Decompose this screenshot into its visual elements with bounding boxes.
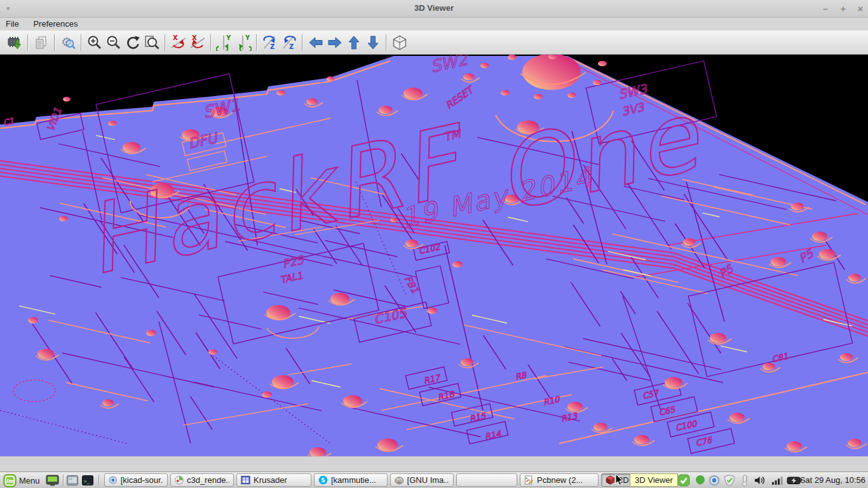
app-icon xyxy=(175,475,184,485)
pad xyxy=(501,90,510,96)
rotate-x-cw-icon: X xyxy=(170,34,187,51)
task-label: [kammutie... xyxy=(331,475,376,485)
svg-text:Z: Z xyxy=(289,43,294,50)
krusader-icon xyxy=(241,475,250,485)
svg-text:>_: >_ xyxy=(84,478,90,484)
pad xyxy=(791,203,804,210)
pad xyxy=(812,232,827,241)
3d-viewport[interactable]: HackRFOneTM19 May 2014SW1SW2SW33V3VID1DF… xyxy=(0,55,868,456)
arrow-left-icon xyxy=(308,34,324,51)
toolbar-separator xyxy=(386,34,387,51)
window-launcher-icon xyxy=(66,474,79,487)
mint-logo-icon: lm xyxy=(3,474,17,487)
title-bar[interactable]: ▾ 3D Viewer – + × xyxy=(0,0,868,18)
svg-text:Y: Y xyxy=(226,34,231,41)
rotate-x-ccw-icon: X xyxy=(189,34,206,51)
network-signal-icon[interactable] xyxy=(771,474,784,487)
rotate-x-ccw-button[interactable]: X xyxy=(188,33,207,52)
rotate-y-cw-button[interactable]: Y xyxy=(215,33,234,52)
render-options-button[interactable]: ⚙ xyxy=(58,33,78,52)
pad xyxy=(306,98,318,105)
task-kicad-source[interactable]: [kicad-sour... xyxy=(104,473,168,487)
zoom-out-button[interactable] xyxy=(104,33,123,52)
svg-text:X: X xyxy=(173,34,178,41)
move-down-button[interactable] xyxy=(363,33,383,52)
launcher-terminal-button[interactable]: >_ xyxy=(81,472,94,488)
task-pcbnew[interactable]: Pcbnew (2... xyxy=(520,473,599,487)
show-desktop-button[interactable] xyxy=(46,472,59,488)
task-gimp[interactable]: [GNU Ima... xyxy=(390,473,454,487)
pad xyxy=(534,94,543,100)
reload-board-button[interactable] xyxy=(5,33,24,52)
zoom-out-icon xyxy=(105,34,122,51)
gimp-icon xyxy=(395,475,404,485)
clock[interactable]: Sat 29 Aug, 10:56 xyxy=(799,472,865,488)
terminal-icon: >_ xyxy=(81,474,94,487)
gear-magnifier-icon: ⚙ xyxy=(60,34,76,51)
rotate-y-ccw-button[interactable]: Y xyxy=(234,33,253,52)
pad xyxy=(461,358,473,366)
ortho-view-button[interactable] xyxy=(390,33,409,52)
rotate-y-ccw-icon: Y xyxy=(235,34,252,51)
close-button[interactable]: × xyxy=(853,3,867,15)
pad xyxy=(452,261,463,268)
pad xyxy=(508,55,517,60)
task-kammutie[interactable]: S [kammutie... xyxy=(314,473,388,487)
rotate-z-ccw-button[interactable]: Z xyxy=(280,33,299,52)
copy-image-button[interactable] xyxy=(32,33,51,52)
pad xyxy=(480,63,489,69)
copy-icon xyxy=(33,34,50,51)
3dviewer-icon xyxy=(606,475,615,485)
move-up-button[interactable] xyxy=(344,33,363,52)
pad xyxy=(567,402,583,412)
shield-check-icon[interactable] xyxy=(723,474,736,487)
zoom-fit-icon xyxy=(144,34,160,51)
mint-menu-button[interactable]: lm Menu xyxy=(3,472,40,488)
maximize-button[interactable]: + xyxy=(836,3,850,15)
pad xyxy=(377,438,398,451)
pad xyxy=(327,76,334,81)
pad xyxy=(37,349,54,359)
taskbar-separator xyxy=(63,475,64,486)
pcbnew-icon xyxy=(524,475,534,485)
chromium-tray-icon[interactable] xyxy=(708,474,721,487)
chromium-icon xyxy=(109,475,118,485)
redraw-button[interactable] xyxy=(123,33,142,52)
pad xyxy=(108,121,117,126)
move-left-button[interactable] xyxy=(306,33,325,52)
menu-file[interactable]: File xyxy=(0,18,25,30)
task-krusader[interactable]: Krusader xyxy=(236,473,311,487)
task-c3d-render[interactable]: c3d_rende... xyxy=(170,473,234,487)
menu-bar: File Preferences xyxy=(0,18,868,30)
toolbar-separator xyxy=(302,34,303,51)
zoom-in-button[interactable] xyxy=(85,33,104,52)
thermometer-icon[interactable] xyxy=(738,474,751,487)
pcb-render: HackRFOneTM19 May 2014SW1SW2SW33V3VID1DF… xyxy=(0,55,868,456)
pad xyxy=(787,442,802,451)
skype-icon: S xyxy=(318,475,328,485)
rotate-z-cw-button[interactable]: Z xyxy=(261,33,280,52)
move-right-button[interactable] xyxy=(325,33,344,52)
status-green-icon[interactable] xyxy=(694,474,707,487)
volume-icon[interactable] xyxy=(754,474,766,487)
task-list-handle[interactable] xyxy=(98,475,100,486)
svg-text:lm: lm xyxy=(6,478,15,484)
pad xyxy=(102,399,114,406)
pad xyxy=(330,293,349,305)
pad xyxy=(463,73,475,80)
task-untitled[interactable] xyxy=(456,473,517,487)
arrow-right-icon xyxy=(327,34,343,51)
minimize-button[interactable]: – xyxy=(818,3,832,15)
menu-preferences[interactable]: Preferences xyxy=(27,18,83,30)
pad xyxy=(59,216,68,222)
rotate-x-cw-button[interactable]: X xyxy=(169,33,188,52)
update-ok-icon[interactable] xyxy=(677,474,690,487)
menu-button-label: Menu xyxy=(17,476,40,485)
pad xyxy=(379,105,393,114)
launcher-files-button[interactable] xyxy=(66,472,79,488)
pad xyxy=(598,61,607,67)
arrow-up-icon xyxy=(346,34,362,51)
arrow-down-icon xyxy=(365,34,381,51)
pad xyxy=(665,377,682,388)
zoom-fit-button[interactable] xyxy=(142,33,161,52)
